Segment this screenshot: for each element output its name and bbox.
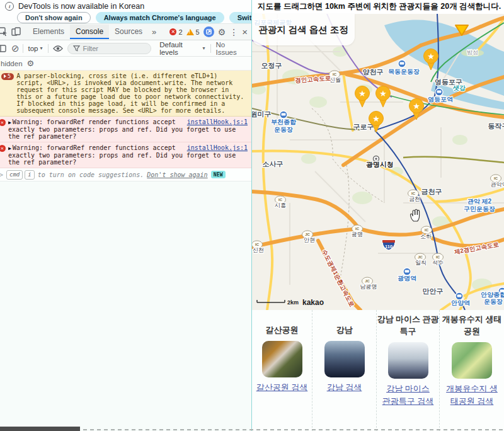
tab-sources[interactable]: Sources [109,25,148,39]
scale-label: 2km [287,299,299,306]
place-label: 안양종합 [481,291,504,298]
svg-text:IC: IC [278,198,283,202]
place-label: 광명시청 [366,161,394,168]
device-toolbar-icon[interactable] [9,26,22,38]
attraction-card-3: 개봉유수지 생태공원개봉유수지 생태공원 검색 [439,310,504,431]
notification-buttons: Don't show againAlways match Chrome's la… [0,11,251,23]
dont-show-again-link[interactable]: Don't show again [147,171,207,178]
place-label: 목동운동장 [388,68,420,75]
attraction-marker[interactable]: ★ [355,86,370,108]
map-instruction: 지도를 드래그하면 10km 주변에 위치한 관광지들을 20개 검색합니다. [252,0,504,14]
svg-text:IC: IC [355,227,360,231]
hidden-messages-row: hidden ⚙ [0,57,251,71]
svg-text:신월: 신월 [329,77,341,83]
svg-text:IC: IC [494,176,498,180]
station-icon [398,60,406,67]
card-title: 강남 [336,314,353,336]
search-options-button[interactable]: 관광지 검색 옵션 조정 [252,14,355,45]
svg-text:IC: IC [333,72,337,76]
inspect-element-icon[interactable] [0,26,9,38]
place-label: 광명역 [398,275,416,282]
warning-count[interactable]: 5 [186,28,200,36]
console-messages: 5A parser-blocking, cross site (i.e. dif… [0,71,251,168]
bottom-bar [0,427,80,431]
attraction-card-2: 강남 마이스 관광특구강남 마이스 관광특구 검색 [376,310,439,431]
error-icon: ✕ [0,119,6,126]
map-panel: 지도를 드래그하면 10km 주변에 위치한 관광지들을 20개 검색합니다. [252,0,504,431]
place-label: 샛강 [452,84,466,91]
context-selector[interactable]: top▾ [26,45,45,52]
prompt-hint: to turn on code suggestions. [38,171,144,178]
console-message[interactable]: 5A parser-blocking, cross site (i.e. dif… [0,71,251,117]
error-count[interactable]: ✕2 [169,28,182,36]
district-label: 양천구 [363,68,384,76]
feedback-badge-icon[interactable] [203,26,214,37]
place-label: 운동장 [274,126,293,133]
notification-button-2[interactable]: Switch DevTo [229,12,251,23]
more-options-icon[interactable]: ⋮ [229,27,238,37]
map-canvas[interactable]: IC신월IC시흥IC금천IC관악역JC안현IC광명IC소하JC일직IC석수JC남… [252,14,504,310]
svg-text:★: ★ [379,89,387,98]
svg-text:안현: 안현 [304,237,315,243]
hand-cursor [410,209,419,221]
svg-text:관악역: 관악역 [491,181,504,188]
place-label: 구민운동장 [464,205,495,212]
keycap-cmd: cmd [6,170,23,180]
svg-text:JC: JC [305,233,310,236]
road-label: 수도권제1순환고속도로 [321,248,356,308]
svg-text:석수: 석수 [432,260,444,266]
source-link[interactable]: installHook.js:1 [187,144,248,151]
levels-selector[interactable]: Default levels▾ [158,41,207,56]
repeat-count-badge[interactable]: 5 [1,73,14,80]
notification-button-0[interactable]: Don't show again [17,12,91,23]
source-link[interactable]: installHook.js:1 [187,118,248,125]
eye-icon[interactable] [52,42,64,55]
more-tabs-icon[interactable]: » [148,27,160,37]
svg-text:★: ★ [413,101,420,111]
card-search-link[interactable]: 개봉유수지 생태공원 검색 [445,382,498,408]
gear-icon[interactable]: ⚙ [27,59,35,68]
attraction-card-0: 갈산공원갈산공원 검색 [252,310,312,431]
filter-input[interactable]: Filter [67,43,152,54]
chevron-down-icon: ▾ [40,45,43,51]
warning-icon [186,29,194,35]
close-devtools-icon[interactable]: × [242,26,248,37]
kakao-logo: kakao [302,298,324,307]
funnel-icon [73,45,80,52]
console-toolbar: ⊘ top▾ Filter Default levels▾ No Issues [0,40,251,57]
scale-bar [257,300,285,302]
district-label: 구로구 [353,123,374,130]
devtools-notification: i DevTools is now available in Korean Do… [0,0,251,24]
console-message[interactable]: ✕installHook.js:1▶Warning: forwardRef re… [0,117,251,142]
notification-button-1[interactable]: Always match Chrome's language [96,12,224,23]
road-label: 제2경인고속도로 [454,241,500,255]
station-icon [435,88,443,96]
card-image [262,341,302,377]
attraction-card-1: 강남강남 검색 [312,310,376,431]
console-message[interactable]: ✕installHook.js:1▶Warning: forwardRef re… [0,142,251,168]
clear-console-icon[interactable]: ⊘ [11,43,20,54]
card-search-link[interactable]: 갈산공원 검색 [256,381,308,394]
svg-text:IC: IC [411,192,416,195]
tab-console[interactable]: Console [70,25,109,39]
notification-text: DevTools is now available in Korean [18,2,144,11]
svg-text:110: 110 [385,244,392,250]
console-sidebar-icon[interactable] [0,42,8,55]
svg-text:IC: IC [425,228,429,232]
tab-elements[interactable]: Elements [27,25,70,39]
card-search-link[interactable]: 강남 마이스 관광특구 검색 [382,382,435,408]
station-icon [280,111,287,118]
place-label: 밤섬 [467,49,478,55]
issues-link[interactable]: No Issues [214,41,251,56]
place-label: 신천 [253,247,264,253]
prompt-chevron-icon: > [0,171,3,178]
attraction-marker[interactable]: ★ [376,86,391,108]
console-prompt[interactable]: > cmdi to turn on code suggestions. Don'… [0,168,251,181]
place-label: 관악 제2 [467,198,492,205]
card-search-link[interactable]: 강남 검색 [327,381,362,394]
svg-text:일직: 일직 [415,260,427,266]
district-label: 오정구 [261,62,282,69]
card-title: 갈산공원 [266,314,299,336]
svg-text:★: ★ [427,52,435,61]
settings-gear-icon[interactable]: ⚙ [218,27,226,37]
